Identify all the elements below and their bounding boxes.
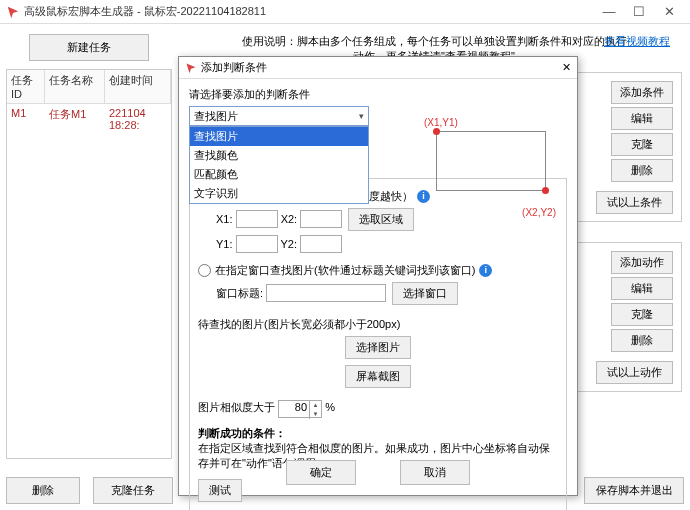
close-button[interactable]: ✕	[654, 4, 684, 19]
col-task-name[interactable]: 任务名称	[45, 70, 105, 103]
delete-condition-button[interactable]: 删除	[611, 159, 673, 182]
success-header: 判断成功的条件：	[198, 426, 558, 441]
add-condition-dialog: 添加判断条件 ✕ 请选择要添加的判断条件 查找图片 ▾ 查找图片 查找颜色 匹配…	[178, 56, 578, 496]
info-icon[interactable]: i	[417, 190, 430, 203]
titlebar: 高级鼠标宏脚本生成器 - 鼠标宏-20221104182811 — ☐ ✕	[0, 0, 690, 24]
coord-diagram: (X1,Y1) (X2,Y2)	[426, 119, 556, 191]
option-find-image[interactable]: 查找图片	[190, 127, 368, 146]
select-picture-button[interactable]: 选择图片	[345, 336, 411, 359]
new-task-button[interactable]: 新建任务	[29, 34, 149, 61]
cancel-button[interactable]: 取消	[400, 460, 470, 485]
window-title: 高级鼠标宏脚本生成器 - 鼠标宏-20221104182811	[24, 4, 594, 19]
option-ocr[interactable]: 文字识别	[190, 184, 368, 203]
add-action-button[interactable]: 添加动作	[611, 251, 673, 274]
dialog-icon	[185, 62, 197, 74]
edit-action-button[interactable]: 编辑	[611, 277, 673, 300]
app-icon	[6, 5, 20, 19]
delete-action-button[interactable]: 删除	[611, 329, 673, 352]
radio-window[interactable]	[198, 264, 211, 277]
similarity-input[interactable]: 80▲▼	[278, 400, 322, 418]
save-exit-button[interactable]: 保存脚本并退出	[584, 477, 684, 504]
y1-input[interactable]	[236, 235, 278, 253]
test-conditions-button[interactable]: 试以上条件	[596, 191, 673, 214]
option-match-color[interactable]: 匹配颜色	[190, 165, 368, 184]
dialog-close-button[interactable]: ✕	[562, 61, 571, 74]
table-row[interactable]: M1 任务M1 221104 18:28:	[7, 104, 171, 134]
video-tutorial-link[interactable]: 查看视频教程	[604, 34, 670, 49]
clone-condition-button[interactable]: 克隆	[611, 133, 673, 156]
col-task-time[interactable]: 创建时间	[105, 70, 171, 103]
clone-task-button[interactable]: 克隆任务	[93, 477, 173, 504]
condition-type-droplist: 查找图片 查找颜色 匹配颜色 文字识别	[189, 126, 369, 204]
option-find-color[interactable]: 查找颜色	[190, 146, 368, 165]
delete-task-button[interactable]: 删除	[6, 477, 80, 504]
col-task-id[interactable]: 任务ID	[7, 70, 45, 103]
window-title-input[interactable]	[266, 284, 386, 302]
minimize-button[interactable]: —	[594, 4, 624, 19]
left-panel: 新建任务 任务ID 任务名称 创建时间 M1 任务M1 221104 18:28…	[0, 24, 178, 510]
test-actions-button[interactable]: 试以上动作	[596, 361, 673, 384]
info-icon[interactable]: i	[479, 264, 492, 277]
chevron-down-icon: ▾	[359, 111, 364, 121]
ok-button[interactable]: 确定	[286, 460, 356, 485]
add-condition-button[interactable]: 添加条件	[611, 81, 673, 104]
dialog-prompt: 请选择要添加的判断条件	[189, 87, 567, 102]
condition-type-dropdown[interactable]: 查找图片 ▾	[189, 106, 369, 126]
svg-marker-0	[8, 6, 19, 17]
dialog-title: 添加判断条件	[201, 60, 562, 75]
screenshot-button[interactable]: 屏幕截图	[345, 365, 411, 388]
x2-input[interactable]	[300, 210, 342, 228]
x1-input[interactable]	[236, 210, 278, 228]
pic-label: 待查找的图片(图片长宽必须都小于200px)	[198, 317, 558, 332]
task-table: 任务ID 任务名称 创建时间 M1 任务M1 221104 18:28:	[6, 69, 172, 459]
select-window-button[interactable]: 选择窗口	[392, 282, 458, 305]
y2-input[interactable]	[300, 235, 342, 253]
edit-condition-button[interactable]: 编辑	[611, 107, 673, 130]
svg-marker-1	[187, 63, 196, 73]
clone-action-button[interactable]: 克隆	[611, 303, 673, 326]
maximize-button[interactable]: ☐	[624, 4, 654, 19]
select-region-button[interactable]: 选取区域	[348, 208, 414, 231]
